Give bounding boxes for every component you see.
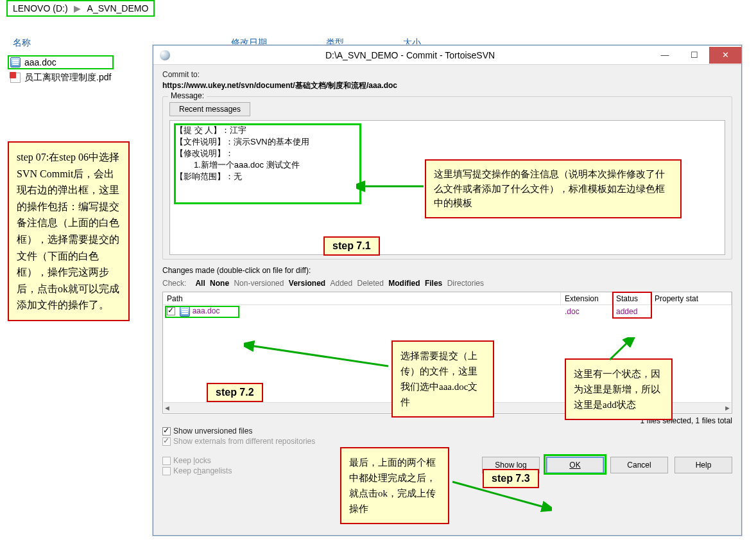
doc-icon	[10, 57, 21, 67]
show-unversioned-checkbox[interactable]: Show unversioned files	[162, 427, 732, 436]
titlebar[interactable]: D:\A_SVN_DEMO - Commit - TortoiseSVN — ☐…	[153, 46, 741, 65]
file-table-header: Path Extension Status Property stat	[163, 292, 732, 305]
file-status: added	[612, 307, 651, 316]
file-list: aaa.doc 员工离职管理制度.pdf	[8, 55, 114, 85]
annotation-final: 最后，上面的两个框中都处理完成之后，就点击ok，完成上传操作	[340, 447, 449, 524]
file-row[interactable]: aaa.doc .doc added	[163, 305, 732, 317]
annotation-status: 这里有一个状态，因为这里是新增，所以这里是add状态	[565, 358, 673, 420]
dialog-title: D:\A_SVN_DEMO - Commit - TortoiseSVN	[170, 50, 650, 60]
checkbox-icon	[162, 437, 171, 446]
check-nonversioned[interactable]: Non-versioned	[234, 279, 284, 288]
minimize-button[interactable]: —	[650, 47, 680, 64]
annotation-step07: step 07:在step 06中选择SVN Commit后，会出现右边的弹出框…	[8, 141, 130, 321]
hdr-status[interactable]: Status	[612, 292, 651, 304]
commit-to-label: Commit to:	[162, 70, 732, 79]
breadcrumb-drive[interactable]: LENOVO (D:)	[13, 3, 68, 13]
check-none[interactable]: None	[210, 279, 229, 288]
file-name: 员工离职管理制度.pdf	[24, 72, 111, 84]
close-button[interactable]: ✕	[709, 47, 741, 64]
step-tag-71: step 7.1	[323, 236, 380, 256]
pdf-icon	[10, 73, 21, 83]
check-label: Check:	[162, 279, 186, 288]
cancel-button[interactable]: Cancel	[610, 457, 668, 473]
check-versioned[interactable]: Versioned	[289, 279, 325, 288]
ok-button[interactable]: OK	[546, 457, 604, 473]
show-externals-checkbox: Show externals from different repositori…	[162, 437, 732, 446]
hdr-propstat[interactable]: Property stat	[651, 292, 732, 304]
file-path: aaa.doc	[193, 306, 220, 315]
check-filters: Check: All None Non-versioned Versioned …	[162, 279, 732, 288]
checkbox-icon	[162, 427, 171, 436]
annotation-select: 选择需要提交（上传）的文件，这里我们选中aaa.doc文件	[391, 340, 494, 418]
hdr-path[interactable]: Path	[163, 292, 561, 304]
col-name[interactable]: 名称	[13, 37, 31, 49]
annotation-message: 这里填写提交操作的备注信息（说明本次操作修改了什么文件或者添加了什么文件），标准…	[425, 159, 682, 218]
check-all[interactable]: All	[195, 279, 205, 288]
breadcrumb-folder[interactable]: A_SVN_DEMO	[87, 3, 149, 13]
checkbox-icon	[162, 467, 171, 475]
commit-url: https://www.ukey.net/svn/document/基础文档/制…	[162, 80, 732, 91]
file-row-pdf[interactable]: 员工离职管理制度.pdf	[8, 71, 114, 85]
hdr-ext[interactable]: Extension	[561, 292, 612, 304]
file-checkbox[interactable]	[167, 307, 175, 315]
tortoisesvn-icon	[160, 50, 170, 60]
step-tag-72: step 7.2	[207, 383, 263, 402]
check-modified[interactable]: Modified	[388, 279, 420, 288]
check-files[interactable]: Files	[425, 279, 442, 288]
check-added[interactable]: Added	[331, 279, 353, 288]
changes-label: Changes made (double-click on file for d…	[162, 266, 732, 275]
help-button[interactable]: Help	[674, 457, 732, 473]
file-ext: .doc	[561, 307, 612, 316]
step-tag-73: step 7.3	[483, 469, 539, 488]
chevron-right-icon: ▶	[74, 3, 81, 13]
check-directories[interactable]: Directories	[447, 279, 484, 288]
maximize-button[interactable]: ☐	[680, 47, 709, 64]
checkbox-icon	[162, 457, 171, 465]
check-deleted[interactable]: Deleted	[357, 279, 384, 288]
message-label: Message:	[168, 91, 207, 100]
file-name: aaa.doc	[24, 57, 56, 67]
breadcrumb[interactable]: LENOVO (D:) ▶ A_SVN_DEMO	[6, 0, 155, 17]
file-row-aaa[interactable]: aaa.doc	[8, 55, 114, 69]
doc-icon	[180, 306, 190, 317]
recent-messages-button[interactable]: Recent messages	[169, 102, 250, 116]
